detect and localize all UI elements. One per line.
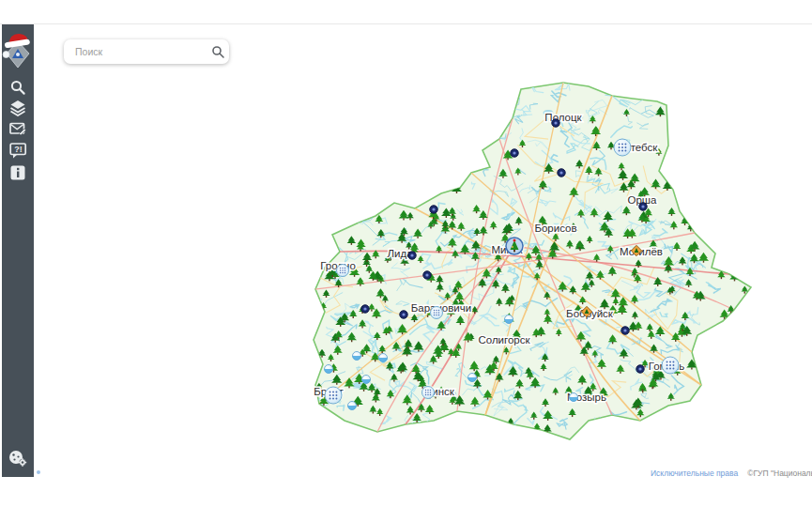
search-input[interactable] xyxy=(73,45,207,58)
cookie-gear-icon xyxy=(8,449,28,468)
city-marker-Барановичи[interactable] xyxy=(431,307,443,319)
cookie-settings-button[interactable] xyxy=(2,449,34,468)
info-square-icon xyxy=(9,164,26,181)
app-logo-button[interactable] xyxy=(2,29,34,74)
top-bar xyxy=(0,0,812,24)
snowball-marker-small[interactable] xyxy=(505,315,513,324)
city-marker-Полоцк[interactable] xyxy=(552,119,559,127)
town-dot-marker[interactable] xyxy=(423,271,431,279)
layers-button[interactable] xyxy=(2,99,34,117)
town-dot-marker[interactable] xyxy=(558,169,565,177)
info-button[interactable] xyxy=(2,163,34,182)
search-icon xyxy=(9,79,26,96)
city-marker-Орша[interactable] xyxy=(639,203,647,210)
envelope-pencil-icon xyxy=(9,120,26,137)
left-toolbar: ?! xyxy=(2,24,34,477)
city-marker-Брест[interactable] xyxy=(325,387,342,404)
city-marker-Гродно[interactable] xyxy=(337,265,349,277)
search-box xyxy=(64,39,229,64)
town-dot-marker[interactable] xyxy=(621,327,629,334)
city-label-Полоцк: Полоцк xyxy=(544,112,582,123)
city-marker-Гомель[interactable] xyxy=(662,357,679,374)
snowball-marker-small[interactable] xyxy=(348,402,357,410)
city-marker-Минск[interactable] xyxy=(506,238,523,254)
snowball-marker-small[interactable] xyxy=(353,352,361,361)
city-marker-Пинск[interactable] xyxy=(422,387,435,399)
nca-santa-logo-icon xyxy=(2,29,34,74)
city-label-Солигорск: Солигорск xyxy=(478,334,530,346)
belarus-map-svg: ПолоцкВитебскОршаМогилёвБорисовМинскЛида… xyxy=(302,75,758,451)
city-marker-Лида[interactable] xyxy=(408,252,416,259)
svg-text:?!: ?! xyxy=(14,145,23,154)
feedback-button[interactable] xyxy=(2,119,34,138)
blue-dot-marker xyxy=(37,470,40,474)
city-marker-Витебск[interactable] xyxy=(614,139,631,156)
search-tool-button[interactable] xyxy=(2,78,34,97)
copyright-text: ©ГУП "Национальное кадастровое агентство… xyxy=(747,469,812,478)
map-canvas[interactable]: ПолоцкВитебскОршаМогилёвБорисовМинскЛида… xyxy=(302,75,758,451)
town-dot-marker[interactable] xyxy=(361,305,369,313)
city-label-Борисов: Борисов xyxy=(534,223,576,234)
town-dot-marker[interactable] xyxy=(511,149,518,157)
snowball-marker-small[interactable] xyxy=(325,365,333,374)
city-marker-Мозырь[interactable] xyxy=(570,393,578,402)
town-dot-marker[interactable] xyxy=(430,206,437,213)
layers-icon xyxy=(9,100,26,116)
exclusive-rights-link[interactable]: Исключительные права xyxy=(651,469,738,478)
snowball-marker-small[interactable] xyxy=(362,376,371,384)
faq-button[interactable]: ?! xyxy=(2,141,34,160)
town-dot-marker[interactable] xyxy=(636,365,644,373)
snowball-marker-small[interactable] xyxy=(379,354,388,362)
search-submit-icon[interactable] xyxy=(207,43,229,60)
town-dot-marker[interactable] xyxy=(400,311,407,318)
chat-question-icon: ?! xyxy=(9,142,27,160)
attribution-footer: Исключительные права ©ГУП "Национальное … xyxy=(651,469,812,478)
pom-pom xyxy=(3,52,9,58)
snowball-marker-small[interactable] xyxy=(468,374,477,382)
